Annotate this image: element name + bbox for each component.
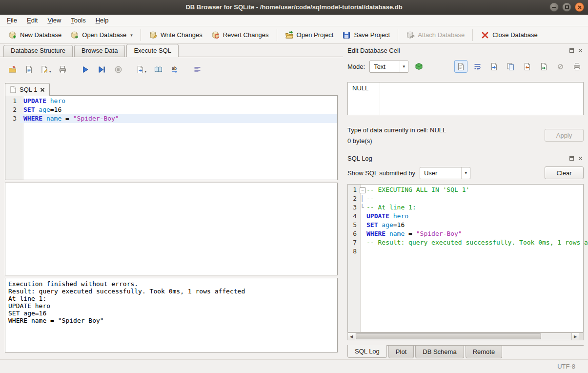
app-window: DB Browser for SQLite - /home/user/code/… [0, 0, 588, 373]
maximize-button[interactable] [562, 2, 571, 12]
execution-log-panel[interactable]: Execution finished without errors. Resul… [5, 278, 338, 352]
edit-cell-float-button[interactable] [568, 47, 575, 54]
write-changes-button[interactable]: Write Changes [144, 28, 207, 42]
new-database-icon [8, 31, 17, 40]
log-code[interactable]: 1-- EXECUTING ALL IN 'SQL 1'2│--3└-- At … [348, 185, 583, 256]
code-line[interactable]: 4UPDATE hero [348, 212, 583, 221]
export-results-button[interactable]: ▾ [135, 63, 148, 76]
tab-database-structure[interactable]: Database Structure [3, 45, 73, 57]
copy-cell-button[interactable] [504, 60, 517, 73]
toolbar-separator [398, 29, 398, 41]
window-title: DB Browser for SQLite - /home/user/code/… [0, 3, 588, 11]
submitter-combo[interactable]: User ▾ [420, 167, 470, 179]
tab-sql-log[interactable]: SQL Log [347, 345, 387, 358]
open-database-button[interactable]: Open Database ▾ [66, 28, 137, 42]
menu-file[interactable]: File [2, 15, 22, 26]
import-data-button[interactable] [412, 60, 426, 73]
sql-log-view[interactable]: 1-- EXECUTING ALL IN 'SQL 1'2│--3└-- At … [347, 184, 584, 332]
stop-button[interactable] [112, 63, 125, 76]
format-sql-button[interactable] [191, 63, 203, 76]
results-grid[interactable] [5, 183, 338, 275]
float-icon [569, 156, 574, 161]
tab-plot[interactable]: Plot [388, 346, 414, 358]
log-horizontal-scrollbar[interactable]: ◀ ▶ [347, 332, 584, 340]
save-sql-as-dropdown-icon[interactable]: ▾ [49, 70, 51, 74]
toolbar-separator [141, 29, 141, 41]
mode-label: Mode: [347, 63, 365, 70]
scroll-left-icon[interactable]: ◀ [348, 333, 355, 340]
scrollbar-thumb[interactable] [356, 333, 541, 339]
code-line[interactable]: 7-- Result: query executed successfully.… [348, 238, 583, 247]
filter-label: Show SQL submitted by [347, 169, 415, 177]
sql-log-float-button[interactable] [568, 155, 575, 162]
code-line[interactable]: 2SET age=16 [5, 105, 337, 114]
code-line[interactable]: 3WHERE name = "Spider-Boy" [5, 114, 337, 123]
open-database-dropdown-icon[interactable]: ▾ [130, 33, 133, 38]
minimize-button[interactable] [549, 2, 559, 12]
import-icon [523, 62, 531, 71]
cell-editor[interactable]: NULL [347, 82, 584, 115]
execute-current-line-icon [98, 65, 106, 74]
tab-execute-sql[interactable]: Execute SQL [126, 44, 179, 57]
export-cell-button[interactable] [537, 60, 550, 73]
menu-tools[interactable]: Tools [66, 15, 90, 26]
code-line[interactable]: 8 [348, 247, 583, 256]
clear-button[interactable]: Clear [545, 166, 584, 179]
open-file-button[interactable] [487, 60, 501, 73]
save-sql-file-icon [25, 65, 33, 74]
open-sql-file-icon [8, 65, 17, 74]
edit-cell-close-button[interactable] [577, 47, 584, 54]
right-pane: Edit Database Cell Mode: Text ▾ [343, 44, 588, 359]
save-project-button[interactable]: Save Project [338, 28, 394, 42]
print-button[interactable] [57, 63, 69, 76]
word-wrap-button[interactable] [471, 60, 484, 73]
code-line[interactable]: 2│-- [348, 194, 583, 203]
save-sql-as-button[interactable]: ▾ [39, 63, 53, 76]
code-line[interactable]: 6WHERE name = "Spider-Boy" [348, 229, 583, 238]
minimize-icon [552, 7, 556, 8]
sql-file-icon [10, 86, 17, 93]
tab-remote[interactable]: Remote [466, 346, 503, 358]
code-line[interactable]: 1-- EXECUTING ALL IN 'SQL 1' [348, 186, 583, 194]
chevron-down-icon: ▾ [400, 61, 408, 72]
export-results-dropdown-icon[interactable]: ▾ [145, 70, 147, 74]
execute-current-line-button[interactable] [96, 63, 108, 76]
code-line[interactable]: 3└-- At line 1: [348, 203, 583, 212]
open-sql-file-button[interactable] [6, 63, 19, 76]
print-cell-button[interactable] [570, 60, 584, 73]
close-button[interactable] [575, 2, 584, 12]
import-cube-icon [415, 62, 423, 71]
window-controls [549, 2, 584, 12]
execute-all-button[interactable] [79, 63, 92, 76]
tab-db-schema[interactable]: DB Schema [415, 346, 464, 358]
menu-edit[interactable]: Edit [22, 15, 42, 26]
save-sql-file-button[interactable] [22, 63, 35, 76]
close-database-button[interactable]: Close Database [476, 28, 542, 42]
execution-log[interactable]: Execution finished without errors. Resul… [5, 278, 337, 326]
code-line[interactable]: 5SET age=16 [348, 221, 583, 229]
tab-browse-data[interactable]: Browse Data [74, 45, 125, 57]
text-mode-button[interactable] [454, 60, 467, 73]
scroll-right-icon[interactable]: ▶ [571, 333, 579, 340]
set-null-button[interactable] [554, 60, 567, 73]
revert-changes-button[interactable]: Revert Changes [207, 28, 273, 42]
browse-button[interactable] [152, 63, 164, 76]
mode-combo[interactable]: Text ▾ [369, 61, 408, 73]
edit-cell-title: Edit Database Cell [347, 47, 568, 54]
find-replace-button[interactable]: ab [168, 63, 181, 76]
new-database-button[interactable]: New Database [4, 28, 66, 42]
sql-tab[interactable]: SQL 1 [5, 83, 50, 96]
save-project-icon [342, 31, 351, 40]
open-project-button[interactable]: Open Project [281, 28, 338, 42]
code-line[interactable]: 1UPDATE hero [5, 97, 337, 105]
sql-log-close-button[interactable] [577, 155, 584, 162]
attach-database-button[interactable]: Attach Database [402, 28, 469, 42]
import-cell-button[interactable] [521, 60, 534, 73]
sql-editor[interactable]: 1UPDATE hero2SET age=163WHERE name = "Sp… [5, 95, 338, 180]
menu-view[interactable]: View [42, 15, 66, 26]
apply-button[interactable]: Apply [545, 129, 584, 142]
sql-tab-close-icon[interactable] [40, 87, 45, 92]
editor-code[interactable]: 1UPDATE hero2SET age=163WHERE name = "Sp… [5, 96, 337, 123]
scrollbar-track[interactable] [541, 333, 571, 340]
menu-help[interactable]: Help [91, 15, 114, 26]
